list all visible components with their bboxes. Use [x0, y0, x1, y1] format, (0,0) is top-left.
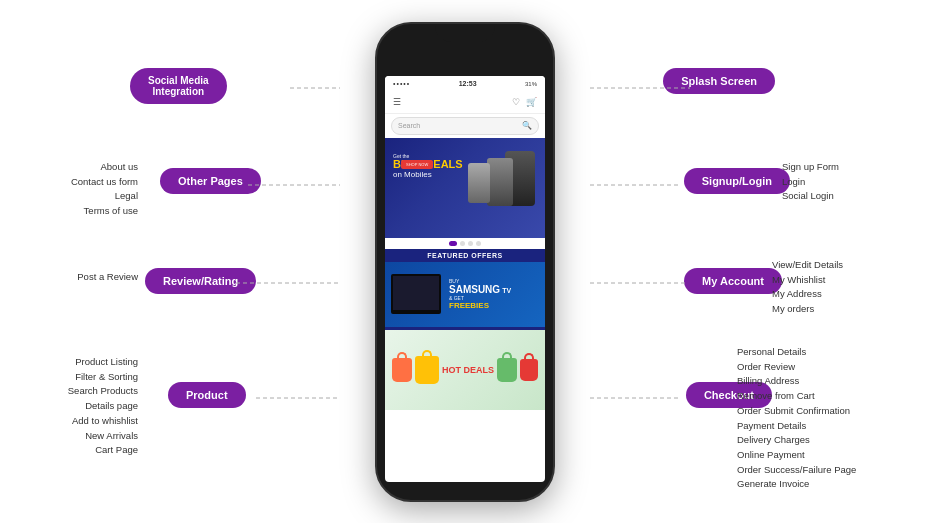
product-text: Product: [186, 389, 228, 401]
samsung-brand-text: SAMSUNG: [449, 284, 500, 295]
item-login: Login: [782, 175, 912, 190]
item-remove-cart: Remove from Cart: [737, 389, 912, 404]
samsung-text: BUY SAMSUNG TV & GET FREEBIES: [449, 278, 511, 310]
search-placeholder: Search: [398, 122, 522, 129]
item-online-payment: Online Payment: [737, 448, 912, 463]
item-search-products: Search Products: [10, 384, 138, 399]
item-order-submit: Order Submit Confirmation: [737, 404, 912, 419]
splash-screen-text: Splash Screen: [681, 75, 757, 87]
item-whishlist: My Whishlist: [772, 273, 912, 288]
label-other-pages: Other Pages: [160, 168, 261, 194]
search-icon: 🔍: [522, 121, 532, 130]
menu-icon[interactable]: ☰: [393, 97, 401, 107]
status-bar: ••••• 12:53 31%: [385, 76, 545, 92]
checkout-items: Personal Details Order Review Billing Ad…: [737, 345, 912, 492]
banner-deals-text: on Mobiles: [393, 170, 463, 179]
samsung-model-text: TV: [502, 287, 511, 294]
bag-green: [497, 358, 517, 382]
status-time: 12:53: [459, 80, 477, 87]
item-order-review: Order Review: [737, 360, 912, 375]
label-my-account: My Account: [684, 268, 782, 294]
hotdeals-banner: HOT DEALS: [385, 330, 545, 410]
item-filter-sorting: Filter & Sorting: [10, 370, 138, 385]
bag-red: [520, 359, 538, 381]
phone-mockup: ••••• 12:53 31% ☰ ♡ 🛒 Search 🔍: [375, 22, 555, 502]
label-review-rating: Review/Rating: [145, 268, 256, 294]
item-signup-form: Sign up Form: [782, 160, 912, 175]
item-details-page: Details page: [10, 399, 138, 414]
item-address: My Address: [772, 287, 912, 302]
item-product-listing: Product Listing: [10, 355, 138, 370]
bag-orange: [392, 358, 412, 382]
item-payment-details: Payment Details: [737, 419, 912, 434]
my-account-items: View/Edit Details My Whishlist My Addres…: [772, 258, 912, 317]
item-contact-form: Contact us form: [18, 175, 138, 190]
app-header: ☰ ♡ 🛒: [385, 92, 545, 114]
wishlist-icon[interactable]: ♡: [512, 97, 520, 107]
item-order-success: Order Success/Failure Page: [737, 463, 912, 478]
social-media-text: Social MediaIntegration: [148, 75, 209, 97]
phone-shell: ••••• 12:53 31% ☰ ♡ 🛒 Search 🔍: [375, 22, 555, 502]
dot-3[interactable]: [468, 241, 473, 246]
search-bar[interactable]: Search 🔍: [391, 117, 539, 135]
banner-deals: Get the BEST DEALS on Mobiles SHOP NOW: [385, 138, 545, 238]
item-cart-page: Cart Page: [10, 443, 138, 458]
shop-now-button[interactable]: SHOP NOW: [401, 160, 433, 169]
dot-1[interactable]: [449, 241, 457, 246]
phone-screen: ••••• 12:53 31% ☰ ♡ 🛒 Search 🔍: [385, 76, 545, 482]
item-generate-invoice: Generate Invoice: [737, 477, 912, 492]
signup-login-items: Sign up Form Login Social Login: [782, 160, 912, 204]
banner-phones-image: [455, 143, 545, 233]
item-terms: Terms of use: [18, 204, 138, 219]
samsung-banner: BUY SAMSUNG TV & GET FREEBIES: [385, 262, 545, 327]
dot-2[interactable]: [460, 241, 465, 246]
featured-section: FEATURED OFFERS BUY SAMSUNG TV & GET FRE…: [385, 249, 545, 330]
item-billing-address: Billing Address: [737, 374, 912, 389]
banner-dots: [385, 238, 545, 249]
my-account-text: My Account: [702, 275, 764, 287]
phone-image-2: [487, 158, 513, 206]
dot-4[interactable]: [476, 241, 481, 246]
other-pages-text: Other Pages: [178, 175, 243, 187]
item-add-wishlist: Add to whishlist: [10, 414, 138, 429]
status-dots: •••••: [393, 80, 410, 87]
item-delivery-charges: Delivery Charges: [737, 433, 912, 448]
label-product: Product: [168, 382, 246, 408]
hotdeals-label: HOT DEALS: [442, 365, 494, 375]
status-battery: 31%: [525, 81, 537, 87]
label-social-media: Social MediaIntegration: [130, 68, 227, 104]
signup-login-text: Signup/Login: [702, 175, 772, 187]
item-post-review: Post a Review: [18, 270, 138, 285]
samsung-tv-screen: [393, 276, 439, 310]
item-orders: My orders: [772, 302, 912, 317]
item-view-edit-details: View/Edit Details: [772, 258, 912, 273]
samsung-tv-image: [391, 274, 441, 314]
samsung-freebies-text: FREEBIES: [449, 301, 511, 310]
label-signup-login: Signup/Login: [684, 168, 790, 194]
label-splash-screen: Splash Screen: [663, 68, 775, 94]
other-pages-items: About us Contact us form Legal Terms of …: [18, 160, 138, 219]
phone-image-3: [468, 163, 490, 203]
product-items: Product Listing Filter & Sorting Search …: [10, 355, 138, 458]
cart-icon[interactable]: 🛒: [526, 97, 537, 107]
phone-notch: [435, 24, 495, 42]
featured-title: FEATURED OFFERS: [385, 252, 545, 259]
bag-yellow: [415, 356, 439, 384]
review-rating-items: Post a Review: [18, 270, 138, 285]
item-personal-details: Personal Details: [737, 345, 912, 360]
item-about-us: About us: [18, 160, 138, 175]
item-social-login: Social Login: [782, 189, 912, 204]
item-legal: Legal: [18, 189, 138, 204]
review-rating-text: Review/Rating: [163, 275, 238, 287]
item-new-arrivals: New Arrivals: [10, 429, 138, 444]
